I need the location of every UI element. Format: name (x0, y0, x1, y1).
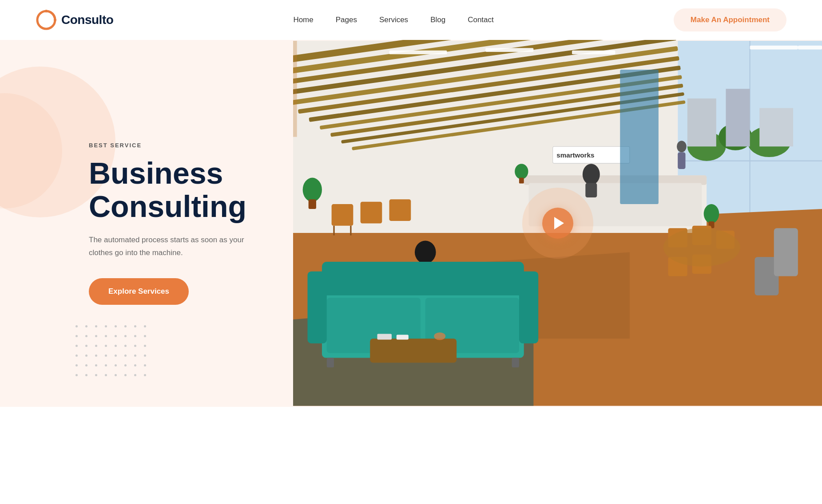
navbar: Consulto Home Pages Services Blog Contac… (0, 0, 822, 40)
dot (85, 335, 87, 337)
svg-point-73 (677, 141, 687, 152)
svg-rect-66 (370, 339, 457, 362)
dot (124, 335, 127, 337)
dot (124, 325, 127, 327)
svg-point-69 (434, 332, 445, 340)
svg-rect-10 (726, 89, 750, 146)
svg-point-54 (415, 240, 436, 264)
svg-rect-77 (774, 228, 798, 276)
nav-home[interactable]: Home (293, 16, 313, 24)
play-button[interactable] (542, 208, 573, 239)
svg-rect-64 (327, 358, 334, 368)
below-hero-spacer (0, 407, 822, 487)
dot (105, 345, 107, 347)
dot (85, 354, 87, 357)
dot (75, 325, 78, 327)
dot (85, 374, 87, 376)
svg-rect-75 (293, 41, 297, 137)
dot (134, 354, 136, 357)
dot (144, 325, 146, 327)
svg-rect-27 (389, 51, 447, 55)
office-image: smartworks (293, 40, 822, 407)
dot-decoration: // dots will be generated by JS below (75, 325, 150, 380)
dot (105, 325, 107, 327)
dot (124, 364, 127, 366)
dot (75, 335, 78, 337)
svg-rect-44 (361, 202, 382, 224)
dot (115, 364, 117, 366)
dot (115, 374, 117, 376)
dot (105, 354, 107, 357)
dot (115, 345, 117, 347)
dot (75, 345, 78, 347)
svg-point-37 (583, 164, 600, 185)
svg-rect-31 (798, 46, 822, 50)
svg-rect-74 (678, 152, 685, 169)
svg-rect-65 (512, 358, 519, 368)
svg-rect-67 (377, 334, 391, 339)
dot (95, 364, 97, 366)
nav-links: Home Pages Services Blog Contact (293, 16, 493, 24)
svg-rect-63 (519, 272, 538, 343)
appointment-button[interactable]: Make An Appointment (674, 8, 786, 32)
svg-point-2 (54, 19, 56, 21)
dot (124, 354, 127, 357)
hero-title: Business Consulting (89, 157, 258, 223)
dot (105, 335, 107, 337)
dot (115, 325, 117, 327)
nav-pages[interactable]: Pages (336, 16, 357, 24)
dot (75, 354, 78, 357)
dot (124, 345, 127, 347)
logo-icon (36, 9, 57, 31)
explore-services-button[interactable]: Explore Services (89, 278, 189, 305)
logo[interactable]: Consulto (36, 9, 113, 31)
hero-content: BEST SERVICE Business Consulting The aut… (0, 40, 293, 407)
svg-text:smartworks: smartworks (556, 151, 594, 159)
hero-tag: BEST SERVICE (89, 142, 258, 149)
dot (115, 335, 117, 337)
dot (134, 374, 136, 376)
hero-description: The automated process starts as soon as … (89, 234, 258, 260)
svg-point-53 (663, 228, 740, 267)
hero-image-area: smartworks (293, 40, 822, 407)
dot (144, 345, 146, 347)
dot (134, 364, 136, 366)
dot (95, 335, 97, 337)
svg-rect-9 (687, 98, 716, 146)
dot (95, 345, 97, 347)
svg-rect-29 (572, 51, 615, 55)
svg-rect-30 (750, 46, 798, 50)
svg-rect-71 (309, 199, 316, 209)
nav-services[interactable]: Services (379, 16, 408, 24)
svg-rect-58 (322, 262, 524, 300)
svg-point-41 (704, 204, 719, 223)
svg-point-39 (515, 164, 528, 179)
dot (75, 374, 78, 376)
svg-rect-28 (485, 48, 533, 52)
svg-rect-38 (585, 183, 597, 197)
brand-name: Consulto (61, 13, 113, 27)
nav-contact[interactable]: Contact (468, 16, 494, 24)
dot (134, 325, 136, 327)
svg-rect-40 (519, 178, 524, 184)
dot (134, 335, 136, 337)
nav-blog[interactable]: Blog (430, 16, 445, 24)
dot (144, 364, 146, 366)
svg-point-70 (303, 178, 322, 202)
dot (85, 325, 87, 327)
svg-point-1 (45, 10, 48, 12)
dot (144, 374, 146, 376)
dot (95, 374, 97, 376)
dot (144, 354, 146, 357)
dot (95, 325, 97, 327)
svg-rect-62 (307, 272, 326, 343)
svg-rect-68 (397, 335, 409, 340)
dot (115, 354, 117, 357)
svg-rect-11 (759, 108, 793, 147)
dot (105, 364, 107, 366)
dot (124, 374, 127, 376)
svg-rect-43 (332, 204, 353, 226)
svg-rect-45 (389, 199, 411, 221)
dot (75, 364, 78, 366)
dot (95, 354, 97, 357)
